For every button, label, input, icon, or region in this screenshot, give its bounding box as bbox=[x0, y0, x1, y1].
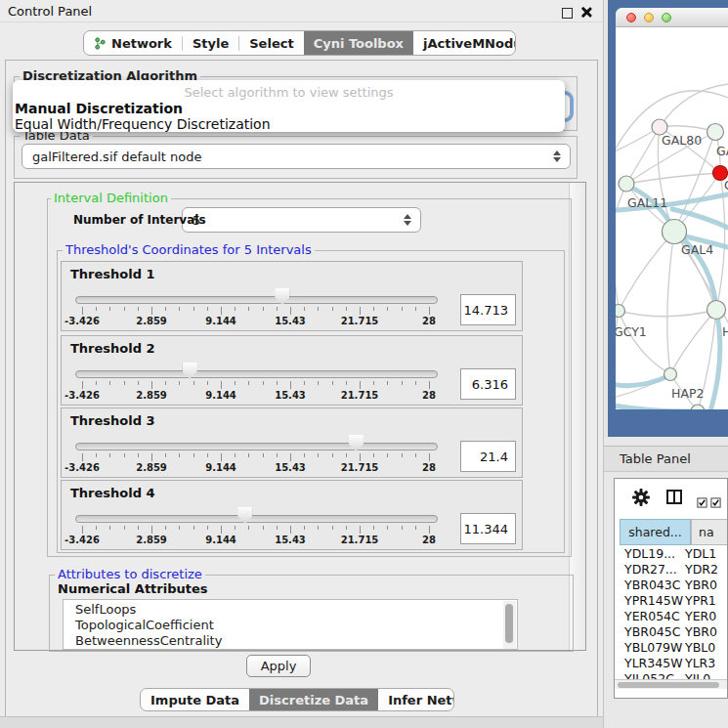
table-row[interactable]: YER054CYER0 bbox=[615, 609, 728, 624]
list-item[interactable]: SelfLoops bbox=[64, 602, 517, 618]
close-icon[interactable] bbox=[579, 6, 592, 19]
horizontal-scrollbar-thumb[interactable] bbox=[618, 682, 719, 688]
tick-mark bbox=[109, 381, 110, 385]
table-data-combobox[interactable]: galFiltered.sif default node bbox=[21, 144, 571, 169]
tick-mark bbox=[346, 307, 347, 311]
network-node-ga[interactable] bbox=[707, 124, 724, 141]
split-columns-icon[interactable] bbox=[666, 490, 682, 508]
threshold-title: Threshold 4 bbox=[70, 486, 155, 500]
dropdown-option-equal-width-frequency[interactable]: Equal Width/Frequency Discretization bbox=[13, 115, 565, 131]
tick-label: 9.144 bbox=[205, 462, 236, 473]
float-window-icon[interactable] bbox=[562, 8, 573, 19]
slider-track[interactable] bbox=[75, 296, 438, 304]
threshold-value-field[interactable]: 21.4 bbox=[460, 441, 516, 472]
dropdown-option-manual-discretization[interactable]: Manual Discretization bbox=[13, 100, 565, 115]
tick-label: 15.43 bbox=[275, 535, 306, 545]
network-node-label: GAL80 bbox=[662, 133, 702, 148]
cell-shared-name: YPR145W bbox=[615, 593, 685, 608]
tab-infer-network[interactable]: Infer Network bbox=[378, 689, 454, 710]
network-node-gal4[interactable] bbox=[663, 220, 687, 244]
tick-mark bbox=[82, 526, 83, 534]
tick-mark bbox=[165, 526, 166, 530]
threshold-value-field[interactable]: 11.344 bbox=[460, 513, 516, 544]
numerical-attributes-list[interactable]: SelfLoopsTopologicalCoefficientBetweenne… bbox=[63, 599, 518, 650]
tick-mark bbox=[290, 307, 291, 315]
cell-name: YIL0 bbox=[685, 671, 710, 679]
tab-impute-data[interactable]: Impute Data bbox=[141, 689, 249, 710]
table-row[interactable]: YBR043CYBR0 bbox=[615, 578, 728, 593]
spinner-stepper-icon[interactable] bbox=[404, 214, 411, 226]
threshold-title: Threshold 3 bbox=[70, 413, 155, 428]
tick-mark bbox=[179, 453, 180, 457]
tick-mark bbox=[165, 381, 166, 385]
table-row[interactable]: YIL052CYIL0 bbox=[615, 671, 728, 679]
tick-mark bbox=[332, 381, 333, 385]
cell-name: YDR2 bbox=[685, 562, 718, 577]
tick-label: 9.144 bbox=[205, 535, 236, 545]
list-item[interactable]: TopologicalCoefficient bbox=[64, 618, 517, 633]
tick-mark bbox=[373, 453, 374, 457]
tab-cyni-toolbox[interactable]: Cyni Toolbox bbox=[304, 31, 413, 55]
column-header-name[interactable]: na bbox=[691, 519, 728, 545]
network-node-gcy1[interactable] bbox=[616, 305, 625, 318]
tab-select[interactable]: Select bbox=[239, 31, 303, 55]
horizontal-scrollbar[interactable] bbox=[615, 679, 728, 689]
tick-mark bbox=[415, 526, 416, 530]
cell-name: YBL0 bbox=[685, 640, 715, 655]
list-item[interactable]: BetweennessCentrality bbox=[64, 633, 517, 649]
tick-mark bbox=[290, 381, 291, 389]
tick-mark bbox=[124, 453, 125, 457]
zoom-traffic-light[interactable] bbox=[662, 13, 671, 22]
table-row[interactable]: YBL079WYBL0 bbox=[615, 640, 728, 656]
tick-mark bbox=[193, 526, 194, 530]
list-scrollbar[interactable] bbox=[503, 601, 516, 649]
tab-style[interactable]: Style bbox=[183, 31, 238, 55]
tick-mark bbox=[387, 453, 388, 457]
table-row[interactable]: YPR145WYPR1 bbox=[615, 593, 728, 609]
tab-jactivemnodules[interactable]: jActiveMNodules bbox=[413, 31, 516, 55]
slider-track[interactable] bbox=[75, 370, 438, 378]
tick-label: -3.426 bbox=[64, 462, 100, 473]
tick-mark bbox=[387, 381, 388, 385]
slider-track[interactable] bbox=[75, 515, 438, 523]
minimize-traffic-light[interactable] bbox=[644, 13, 654, 22]
network-node-label: H bbox=[722, 324, 728, 339]
table-row[interactable]: YDL19...YDL1 bbox=[615, 546, 728, 562]
tab-network[interactable]: Network bbox=[84, 31, 182, 55]
table-row[interactable]: YLR345WYLR3 bbox=[615, 656, 728, 671]
close-traffic-light[interactable] bbox=[626, 13, 636, 22]
tick-mark bbox=[402, 453, 403, 457]
tick-label: 9.144 bbox=[205, 390, 236, 401]
threshold-panel: Threshold 2-3.4262.8599.14415.4321.71528… bbox=[61, 335, 523, 406]
slider-track[interactable] bbox=[75, 443, 438, 450]
tick-mark bbox=[124, 526, 125, 530]
checkbox-checked-icon[interactable] bbox=[710, 493, 721, 512]
network-edge bbox=[616, 311, 619, 391]
network-node-gal11[interactable] bbox=[619, 176, 634, 192]
threshold-value-field[interactable]: 14.713 bbox=[460, 294, 516, 325]
network-node-hap2[interactable] bbox=[664, 368, 677, 381]
combobox-stepper-icon[interactable] bbox=[553, 150, 561, 162]
tab-label: Cyni Toolbox bbox=[314, 36, 404, 51]
threshold-value-field[interactable]: 6.316 bbox=[460, 368, 516, 400]
tab-discretize-data[interactable]: Discretize Data bbox=[249, 689, 378, 710]
tick-mark bbox=[360, 381, 361, 389]
tick-label: -3.426 bbox=[64, 390, 100, 401]
tick-mark bbox=[402, 381, 403, 385]
apply-button[interactable]: Apply bbox=[246, 655, 311, 677]
tick-label: 2.859 bbox=[136, 535, 167, 545]
attributes-group-label: Attributes to discretize bbox=[55, 568, 205, 581]
tick-mark bbox=[415, 453, 416, 457]
number-of-intervals-spinner[interactable]: 5 bbox=[182, 207, 421, 233]
list-scrollbar-thumb[interactable] bbox=[505, 604, 513, 643]
network-node-label: GAL11 bbox=[627, 195, 667, 210]
tick-mark bbox=[165, 453, 166, 457]
table-row[interactable]: YDR27...YDR2 bbox=[615, 562, 728, 578]
checkbox-checked-icon[interactable] bbox=[697, 493, 707, 512]
table-rows: YDL19...YDL1YDR27...YDR2YBR043CYBR0YPR14… bbox=[615, 546, 728, 679]
network-node-h[interactable] bbox=[707, 301, 726, 320]
gear-icon[interactable] bbox=[632, 489, 650, 510]
table-row[interactable]: YBR045CYBR0 bbox=[615, 624, 728, 640]
column-header-shared-name[interactable]: shared... bbox=[620, 519, 691, 545]
network-canvas[interactable]: GAL80GACGAL11GAL4GCY1HHAP2 bbox=[616, 27, 728, 409]
